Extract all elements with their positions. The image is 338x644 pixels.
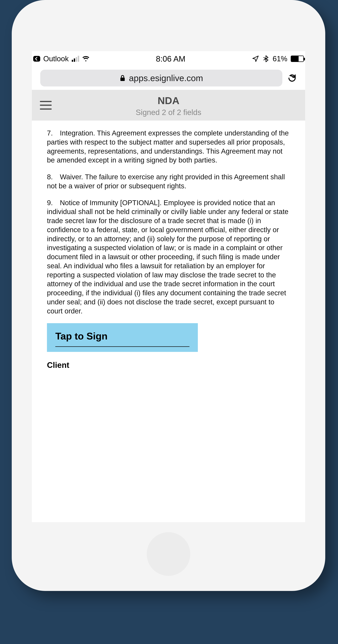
browser-url-bar: apps.esignlive.com [32,66,305,90]
url-field[interactable]: apps.esignlive.com [40,70,282,86]
hamburger-menu-button[interactable] [40,101,52,110]
paragraph-7: 7. Integration. This Agreement expresses… [47,128,290,165]
cellular-signal-icon [72,56,79,62]
paragraph-8: 8. Waiver. The failure to exercise any r… [47,172,290,190]
document-body[interactable]: 7. Integration. This Agreement expresses… [32,120,305,370]
ios-status-bar: Outlook 8:06 AM 61% [32,51,305,66]
phone-mockup: Outlook 8:06 AM 61% [12,0,325,591]
svg-rect-0 [120,78,125,81]
chevron-left-icon [34,56,38,61]
url-host: apps.esignlive.com [129,73,203,83]
wifi-icon [82,55,90,62]
location-icon [252,55,259,62]
reload-icon[interactable] [287,73,297,83]
status-time: 8:06 AM [156,54,185,64]
home-button[interactable] [147,532,190,576]
battery-icon [291,56,304,62]
document-status: Signed 2 of 2 fields [136,108,201,117]
signer-role: Client [47,360,290,370]
bluetooth-icon [262,55,270,62]
back-to-app-button[interactable] [33,56,40,62]
esign-app-header: NDA Signed 2 of 2 fields [32,90,305,120]
phone-screen: Outlook 8:06 AM 61% [32,51,305,522]
battery-percent: 61% [273,54,287,63]
lock-icon [120,75,126,82]
document-title: NDA [158,95,179,106]
paragraph-9: 9. Notice of Immunity [OPTIONAL]. Employ… [47,198,290,316]
tap-to-sign-button[interactable]: Tap to Sign [47,323,198,352]
tap-to-sign-label: Tap to Sign [55,330,189,342]
signature-line [55,346,189,347]
back-to-app-label: Outlook [43,54,69,63]
